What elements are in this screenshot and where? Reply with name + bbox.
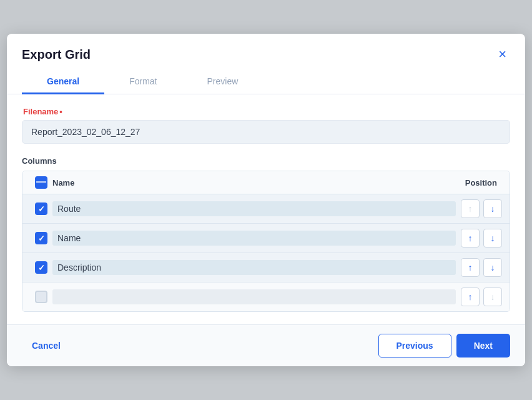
tab-preview[interactable]: Preview xyxy=(182,70,263,94)
cancel-button[interactable]: Cancel xyxy=(22,336,71,356)
up-button-empty[interactable]: ↑ xyxy=(461,288,480,306)
close-button[interactable]: × xyxy=(495,46,510,62)
header-checkbox[interactable]: — xyxy=(35,176,47,189)
checkbox-route-area[interactable]: ✓ xyxy=(30,202,52,215)
column-name-route: Route xyxy=(52,201,456,216)
position-btns-name: ↑ ↓ xyxy=(461,229,502,248)
checkbox-empty[interactable] xyxy=(35,291,47,303)
checkbox-empty-area[interactable] xyxy=(30,291,52,303)
column-name-description: Description xyxy=(52,260,456,275)
filename-input[interactable] xyxy=(22,120,510,144)
column-name-name: Name xyxy=(52,231,456,246)
footer-nav: Previous Next xyxy=(378,334,511,358)
column-row-name-col: ✓ Name ↑ ↓ xyxy=(22,224,510,253)
down-button-empty[interactable]: ↓ xyxy=(483,288,502,306)
checkmark-description: ✓ xyxy=(38,264,45,272)
export-grid-modal: Export Grid × General Format Preview Fil… xyxy=(7,34,525,366)
down-button-description[interactable]: ↓ xyxy=(483,258,502,277)
columns-table-header: — Name Position xyxy=(22,171,510,194)
tab-format[interactable]: Format xyxy=(104,70,182,94)
column-row-empty: ↑ ↓ xyxy=(22,282,510,311)
column-position-header: Position xyxy=(440,178,502,188)
column-row-description: ✓ Description ↑ ↓ xyxy=(22,253,510,282)
checkbox-route[interactable]: ✓ xyxy=(35,202,47,215)
down-button-name[interactable]: ↓ xyxy=(483,229,502,248)
columns-table: — Name Position ✓ Route xyxy=(22,171,510,312)
checkbox-name-area[interactable]: ✓ xyxy=(30,232,52,244)
checkbox-description[interactable]: ✓ xyxy=(35,261,47,274)
column-name-header: Name xyxy=(52,178,440,188)
checkmark-route: ✓ xyxy=(38,205,45,213)
modal-body: Filename• Columns — Name Position xyxy=(7,94,525,324)
up-button-description[interactable]: ↑ xyxy=(461,258,480,277)
modal-footer: Cancel Previous Next xyxy=(7,324,525,366)
checkbox-description-area[interactable]: ✓ xyxy=(30,261,52,274)
checkbox-name[interactable]: ✓ xyxy=(35,232,47,244)
checkmark-name: ✓ xyxy=(38,234,45,242)
previous-button[interactable]: Previous xyxy=(378,334,451,358)
up-button-name[interactable]: ↑ xyxy=(461,229,480,248)
select-all-checkbox[interactable]: — xyxy=(30,176,52,189)
filename-label: Filename• xyxy=(22,107,510,116)
down-button-route[interactable]: ↓ xyxy=(483,199,502,218)
position-btns-description: ↑ ↓ xyxy=(461,258,502,277)
modal-header: Export Grid × xyxy=(7,34,525,62)
up-button-route[interactable]: ↑ xyxy=(461,199,480,218)
modal-overlay: Export Grid × General Format Preview Fil… xyxy=(0,0,532,400)
tab-general[interactable]: General xyxy=(22,70,104,94)
modal-title: Export Grid xyxy=(22,48,91,62)
next-button[interactable]: Next xyxy=(456,334,510,358)
position-btns-empty: ↑ ↓ xyxy=(461,288,502,306)
indeterminate-icon: — xyxy=(36,177,46,187)
columns-section: Columns — Name Position xyxy=(22,156,510,312)
columns-label: Columns xyxy=(22,156,510,166)
position-btns-route: ↑ ↓ xyxy=(461,199,502,218)
column-row-route: ✓ Route ↑ ↓ xyxy=(22,194,510,224)
tab-bar: General Format Preview xyxy=(7,70,525,94)
column-name-empty xyxy=(52,289,456,304)
